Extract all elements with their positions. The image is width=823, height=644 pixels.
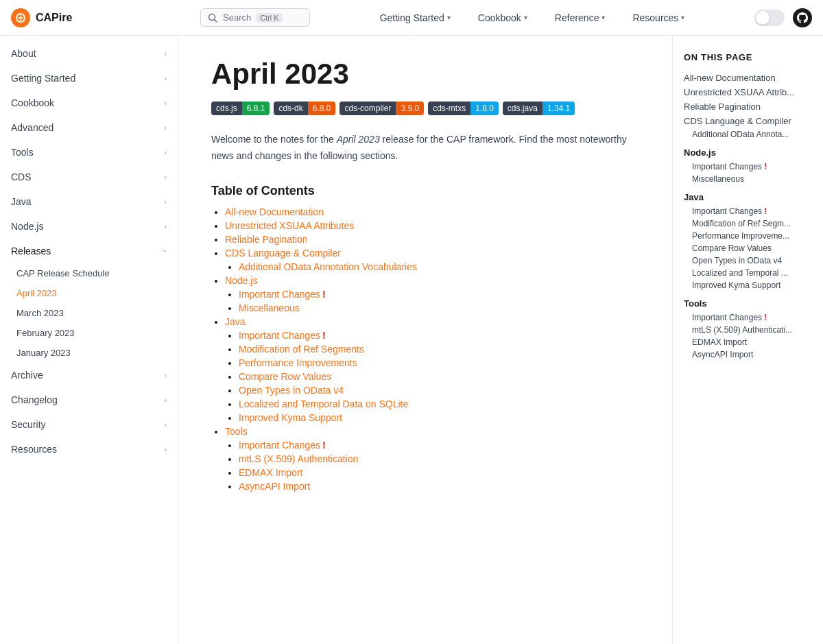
right-panel-link-tools-important[interactable]: Important Changes! [684,311,812,324]
right-panel-link-java-localized[interactable]: Localized and Temporal ... [684,267,812,279]
list-item: Important Changes! [239,330,639,341]
right-panel-sublink-odata[interactable]: Additional OData Annota... [684,128,812,141]
toc-link-nodejs[interactable]: Node.js [225,275,257,286]
right-panel-link-java-kyma[interactable]: Improved Kyma Support [684,279,812,291]
list-item: AsyncAPI Import [239,481,639,492]
sidebar-subitem-march-2023[interactable]: March 2023 [0,303,178,323]
exclamation-icon: ! [322,289,326,300]
main-content: April 2023 cds.js 6.8.1 cds-dk 6.8.0 cds… [178,36,672,644]
toc-link-pagination[interactable]: Reliable Pagination [225,234,308,245]
toc-link-nodejs-important[interactable]: Important Changes! [239,289,326,300]
right-panel-link-java-compare[interactable]: Compare Row Values [684,242,812,254]
nav-cookbook[interactable]: Cookbook ▾ [473,10,533,26]
right-panel-link-tools-edm[interactable]: EDMAX Import [684,336,812,348]
sidebar-item-nodejs[interactable]: Node.js › [0,214,178,239]
toc-link-java[interactable]: Java [225,316,246,327]
right-panel-link-tools-mtls[interactable]: mtLS (X.509) Authenticati... [684,324,812,336]
sidebar-item-about[interactable]: About › [0,41,178,66]
right-panel-link-all-new-docs[interactable]: All-new Documentation [684,71,812,85]
list-item: EDMAX Import [239,467,639,478]
sidebar-item-resources[interactable]: Resources › [0,437,178,462]
toc-link-tools-asyncapi[interactable]: AsyncAPI Import [239,481,310,492]
toc-link-tools-mtls[interactable]: mtLS (X.509) Authentication [239,453,358,464]
sidebar-item-advanced[interactable]: Advanced › [0,115,178,140]
chevron-right-icon: › [164,123,167,132]
theme-toggle-knob [756,11,770,25]
sidebar: About › Getting Started › Cookbook › Adv… [0,36,178,644]
sidebar-subitem-january-2023[interactable]: January 2023 [0,343,178,363]
topnav: CAPire Search Ctrl K Getting Started ▾ C… [0,0,823,36]
search-bar[interactable]: Search Ctrl K [200,8,310,27]
theme-toggle[interactable] [754,10,785,26]
right-panel-link-java-important[interactable]: Important Changes! [684,205,812,217]
list-item: Tools Important Changes! mtLS (X.509) Au… [225,426,639,492]
right-panel-link-tools-asyncapi[interactable]: AsyncAPI Import [684,348,812,361]
badge-cds-mtxs: cds-mtxs 1.8.0 [428,102,499,115]
github-icon[interactable] [793,8,812,27]
right-panel-link-cds-compiler[interactable]: CDS Language & Compiler [684,114,812,128]
exclamation-icon: ! [764,162,767,171]
toc-link-java-ref-seg[interactable]: Modification of Ref Segments [239,344,364,355]
logo-icon [11,8,30,27]
sidebar-item-changelog[interactable]: Changelog › [0,387,178,412]
toc-link-tools-important[interactable]: Important Changes! [239,440,326,451]
badge-cds-compiler: cds-compiler 3.9.0 [339,102,424,115]
right-panel-link-java-ref-seg[interactable]: Modification of Ref Segm... [684,217,812,230]
toc-link-all-new-docs[interactable]: All-new Documentation [225,206,324,217]
toc-link-nodejs-misc[interactable]: Miscellaneous [239,302,300,313]
toc-link-java-compare[interactable]: Compare Row Values [239,371,331,382]
right-panel-link-java-perf[interactable]: Performance Improveme... [684,230,812,242]
sidebar-subitem-cap-release-schedule[interactable]: CAP Release Schedule [0,263,178,283]
toc-list: All-new Documentation Unrestricted XSUAA… [211,206,639,492]
chevron-right-icon: › [164,198,167,206]
sidebar-item-releases[interactable]: Releases › [0,239,178,263]
right-panel-link-nodejs-misc[interactable]: Miscellaneous [684,173,812,185]
list-item: Important Changes! [239,440,639,451]
list-item: All-new Documentation [225,206,639,217]
toc-link-cds-compiler[interactable]: CDS Language & Compiler [225,248,341,259]
chevron-down-icon: ▾ [681,14,684,21]
sidebar-subitem-april-2023[interactable]: April 2023 [0,283,178,303]
right-panel-link-pagination[interactable]: Reliable Pagination [684,99,812,114]
list-item: Modification of Ref Segments [239,344,639,355]
toc-link-java-kyma[interactable]: Improved Kyma Support [239,412,342,423]
toc-link-tools-edmx[interactable]: EDMAX Import [239,467,302,478]
right-panel-section-java: Java Important Changes! Modification of … [684,192,812,291]
list-item: Miscellaneous [239,302,639,313]
sidebar-item-cookbook[interactable]: Cookbook › [0,91,178,115]
toc-link-java-open-types[interactable]: Open Types in OData v4 [239,385,344,396]
right-panel-category-java: Java [684,192,812,202]
sidebar-item-archive[interactable]: Archive › [0,363,178,387]
sidebar-item-getting-started[interactable]: Getting Started › [0,66,178,91]
right-panel-link-nodejs-important[interactable]: Important Changes! [684,160,812,173]
sidebar-item-java[interactable]: Java › [0,189,178,214]
toc-link-tools[interactable]: Tools [225,426,248,437]
right-panel-link-xsuaa[interactable]: Unrestricted XSUAA Attrib... [684,85,812,99]
toc-link-odata-vocab[interactable]: Additional OData Annotation Vocabularies [239,261,417,272]
nav-resources[interactable]: Resources ▾ [627,10,690,26]
toc-title: Table of Contents [211,184,639,198]
chevron-right-icon: › [164,371,167,379]
list-item: Open Types in OData v4 [239,385,639,396]
exclamation-icon: ! [764,206,767,216]
exclamation-icon: ! [322,440,326,451]
right-panel-link-java-open-types[interactable]: Open Types in OData v4 [684,254,812,267]
badges: cds.js 6.8.1 cds-dk 6.8.0 cds-compiler 3… [211,102,639,115]
sidebar-item-security[interactable]: Security › [0,412,178,437]
toc-link-xsuaa[interactable]: Unrestricted XSUAA Attributes [225,220,354,231]
list-item: Node.js Important Changes! Miscellaneous [225,275,639,313]
right-panel-title: On this page [684,52,812,62]
nav-reference[interactable]: Reference ▾ [549,10,611,26]
toc-link-java-localized[interactable]: Localized and Temporal Data on SQLite [239,398,408,409]
toc-link-java-perf[interactable]: Performance Improvements [239,357,357,368]
sidebar-subitem-february-2023[interactable]: February 2023 [0,323,178,343]
sidebar-item-tools[interactable]: Tools › [0,140,178,165]
sidebar-item-cds[interactable]: CDS › [0,165,178,189]
nav-getting-started[interactable]: Getting Started ▾ [374,10,456,26]
toc-link-java-important[interactable]: Important Changes! [239,330,326,341]
chevron-right-icon: › [164,49,167,58]
chevron-right-icon: › [164,74,167,82]
right-panel-section-tools: Tools Important Changes! mtLS (X.509) Au… [684,298,812,361]
toc: Table of Contents All-new Documentation … [211,184,639,492]
list-item: Localized and Temporal Data on SQLite [239,398,639,409]
